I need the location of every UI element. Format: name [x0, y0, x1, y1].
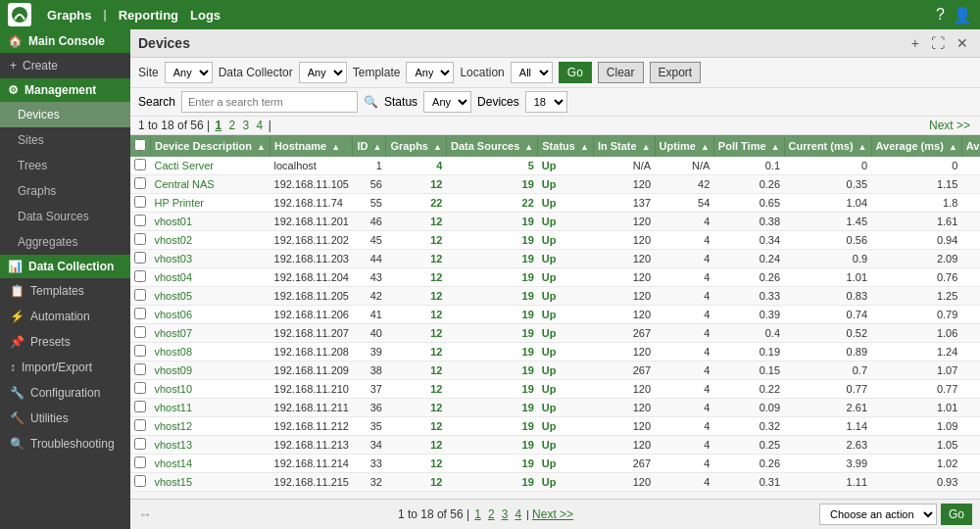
bottom-page-link-4[interactable]: 4 [514, 507, 521, 521]
col-availability[interactable]: Availability ▲ [961, 135, 980, 157]
col-graphs[interactable]: Graphs ▲ [386, 135, 447, 157]
next-link-top[interactable]: Next >> [929, 119, 970, 132]
row-select-checkbox[interactable] [134, 196, 146, 208]
choose-action-go-button[interactable]: Go [941, 504, 972, 525]
close-button[interactable]: ✕ [953, 33, 972, 53]
row-checkbox[interactable] [130, 455, 151, 473]
sidebar-item-graphs[interactable]: Graphs [0, 178, 130, 204]
row-checkbox[interactable] [130, 473, 151, 492]
row-checkbox[interactable] [130, 231, 151, 250]
devices-per-page-select[interactable]: 18 30 50 [525, 91, 567, 113]
col-hostname[interactable]: Hostname ▲ [270, 135, 353, 157]
col-device-desc[interactable]: Device Description ▲ [151, 135, 270, 157]
data-collector-select[interactable]: Any [299, 62, 347, 83]
clear-button[interactable]: Clear [598, 62, 644, 83]
col-poll-time[interactable]: Poll Time ▲ [713, 135, 784, 157]
sidebar-item-templates[interactable]: 📋 Templates [0, 278, 130, 304]
device-desc-cell[interactable]: vhost12 [151, 417, 270, 436]
col-status[interactable]: Status ▲ [538, 135, 594, 157]
row-checkbox[interactable] [130, 399, 151, 417]
export-button[interactable]: Export [650, 62, 702, 83]
page-link-4[interactable]: 4 [257, 119, 264, 132]
page-link-3[interactable]: 3 [243, 119, 250, 132]
template-select[interactable]: Any [406, 62, 454, 83]
col-average[interactable]: Average (ms) ▲ [871, 135, 961, 157]
bottom-page-link-3[interactable]: 3 [502, 507, 509, 521]
row-select-checkbox[interactable] [134, 159, 146, 170]
status-select[interactable]: Any [423, 91, 471, 113]
sidebar-item-troubleshooting[interactable]: 🔍 Troubleshooting [0, 431, 130, 457]
row-checkbox[interactable] [130, 417, 151, 436]
sidebar-item-utilities[interactable]: 🔨 Utilities [0, 406, 130, 431]
row-select-checkbox[interactable] [134, 438, 146, 450]
device-desc-cell[interactable]: vhost03 [151, 250, 270, 268]
device-desc-cell[interactable]: Cacti Server [151, 157, 270, 175]
device-desc-cell[interactable]: vhost07 [151, 324, 270, 343]
row-select-checkbox[interactable] [134, 475, 146, 487]
sidebar-item-automation[interactable]: ⚡ Automation [0, 304, 130, 329]
sidebar-item-aggregates[interactable]: Aggregates [0, 229, 130, 255]
sidebar-item-management[interactable]: ⚙ Management [0, 78, 130, 102]
bottom-page-link-1[interactable]: 1 [474, 507, 481, 521]
row-select-checkbox[interactable] [134, 363, 146, 375]
sidebar-item-trees[interactable]: Trees [0, 153, 130, 178]
device-desc-cell[interactable]: vhost06 [151, 306, 270, 324]
row-select-checkbox[interactable] [134, 270, 146, 282]
sidebar-item-presets[interactable]: 📌 Presets [0, 329, 130, 355]
device-desc-cell[interactable]: vhost04 [151, 268, 270, 287]
row-checkbox[interactable] [130, 250, 151, 268]
col-in-state[interactable]: In State ▲ [593, 135, 655, 157]
device-desc-cell[interactable]: vhost13 [151, 436, 270, 455]
row-select-checkbox[interactable] [134, 177, 146, 189]
select-all-checkbox[interactable] [134, 139, 146, 151]
col-current[interactable]: Current (ms) ▲ [784, 135, 871, 157]
choose-action-select[interactable]: Choose an action Enable Disable Delete [819, 504, 937, 525]
nav-reporting[interactable]: Reporting [119, 8, 178, 23]
device-desc-cell[interactable]: vhost15 [151, 473, 270, 492]
row-select-checkbox[interactable] [134, 308, 146, 319]
sidebar-item-data-collection[interactable]: 📊 Data Collection [0, 255, 130, 278]
expand-button[interactable]: ⛶ [927, 33, 949, 53]
page-link-2[interactable]: 2 [229, 119, 236, 132]
device-desc-cell[interactable]: Central NAS [151, 175, 270, 194]
search-input[interactable] [181, 91, 358, 113]
device-desc-cell[interactable]: vhost02 [151, 231, 270, 250]
row-select-checkbox[interactable] [134, 345, 146, 357]
row-checkbox[interactable] [130, 324, 151, 343]
row-checkbox[interactable] [130, 194, 151, 213]
device-desc-cell[interactable]: vhost05 [151, 287, 270, 306]
device-desc-cell[interactable]: vhost11 [151, 399, 270, 417]
go-button[interactable]: Go [559, 62, 592, 83]
sidebar-item-data-sources[interactable]: Data Sources [0, 204, 130, 229]
row-checkbox[interactable] [130, 343, 151, 361]
row-checkbox[interactable] [130, 157, 151, 175]
row-select-checkbox[interactable] [134, 215, 146, 226]
col-data-sources[interactable]: Data Sources ▲ [446, 135, 537, 157]
row-select-checkbox[interactable] [134, 326, 146, 338]
row-select-checkbox[interactable] [134, 252, 146, 264]
row-select-checkbox[interactable] [134, 457, 146, 468]
device-desc-cell[interactable]: vhost01 [151, 213, 270, 231]
nav-graphs[interactable]: Graphs [47, 8, 92, 23]
row-checkbox[interactable] [130, 287, 151, 306]
sidebar-item-create[interactable]: + Create [0, 53, 130, 78]
user-icon[interactable]: 👤 [953, 6, 972, 24]
row-checkbox[interactable] [130, 380, 151, 399]
add-device-button[interactable]: + [907, 33, 923, 53]
col-uptime[interactable]: Uptime ▲ [655, 135, 713, 157]
row-select-checkbox[interactable] [134, 401, 146, 412]
device-desc-cell[interactable]: vhost09 [151, 361, 270, 380]
device-desc-cell[interactable]: vhost08 [151, 343, 270, 361]
bottom-page-link-2[interactable]: 2 [488, 507, 495, 521]
row-select-checkbox[interactable] [134, 289, 146, 301]
row-checkbox[interactable] [130, 213, 151, 231]
device-desc-cell[interactable]: vhost14 [151, 455, 270, 473]
site-select[interactable]: Any [165, 62, 213, 83]
col-id[interactable]: ID ▲ [353, 135, 386, 157]
sidebar-item-sites[interactable]: Sites [0, 127, 130, 153]
device-desc-cell[interactable]: vhost10 [151, 380, 270, 399]
row-checkbox[interactable] [130, 306, 151, 324]
next-link-bottom[interactable]: Next >> [532, 507, 573, 521]
row-checkbox[interactable] [130, 436, 151, 455]
select-all-header[interactable] [130, 135, 151, 157]
